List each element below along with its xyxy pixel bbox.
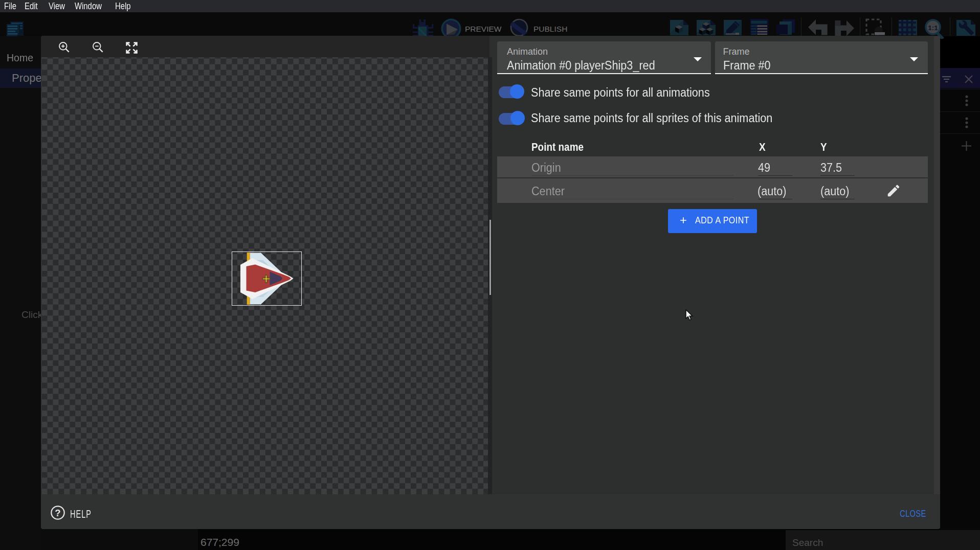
svg-text:?: ?	[55, 508, 60, 518]
svg-text:1:1: 1:1	[928, 24, 938, 32]
